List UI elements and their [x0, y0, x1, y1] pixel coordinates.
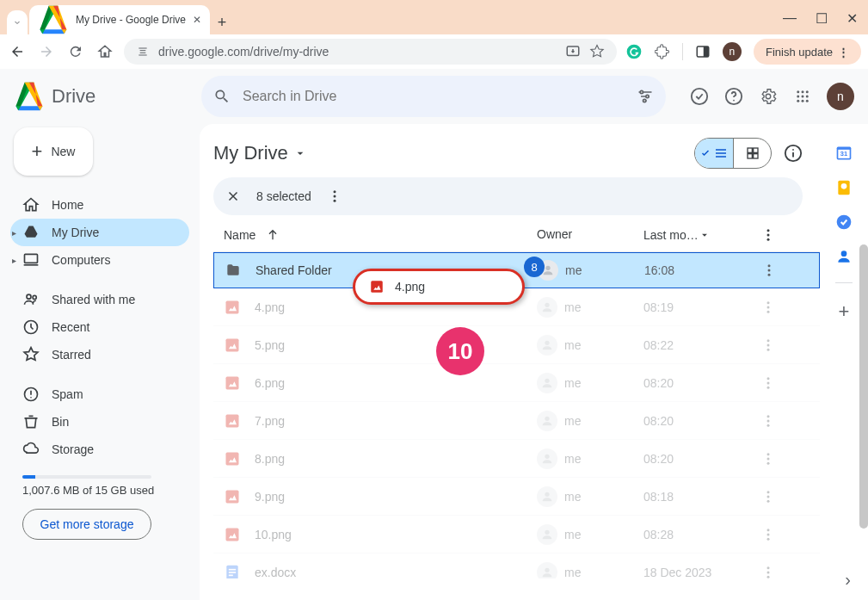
browser-chrome: My Drive - Google Drive ✕ + — ☐ ✕ drive.…: [0, 0, 868, 69]
address-bar[interactable]: drive.google.com/drive/my-drive: [124, 39, 617, 65]
sidebar-item-spam[interactable]: Spam: [10, 380, 189, 408]
file-row[interactable]: 10.pngme08:28: [213, 516, 820, 554]
selection-more-icon[interactable]: [327, 189, 342, 204]
keep-addon-icon[interactable]: [835, 179, 853, 196]
svg-point-81: [545, 567, 549, 572]
tasks-addon-icon[interactable]: [835, 213, 853, 231]
sidebar-item-bin[interactable]: Bin: [10, 408, 189, 436]
file-name: 5.png: [255, 338, 537, 352]
col-modified-label[interactable]: Last mo…: [643, 228, 699, 242]
modified-cell: 08:20: [643, 452, 755, 466]
col-owner-label[interactable]: Owner: [537, 227, 572, 241]
bin-icon: [22, 413, 40, 430]
svg-point-25: [30, 397, 32, 399]
svg-point-31: [792, 149, 794, 151]
sidebar-item-computers[interactable]: ▸ Computers: [10, 246, 189, 274]
drive-logo[interactable]: Drive: [14, 81, 194, 112]
search-input[interactable]: [243, 89, 625, 104]
view-toggle[interactable]: [694, 138, 772, 169]
row-more-icon[interactable]: [755, 527, 781, 542]
row-more-icon[interactable]: [755, 413, 781, 429]
account-avatar[interactable]: n: [827, 83, 854, 110]
file-row[interactable]: 6.pngme08:20: [213, 364, 820, 402]
new-button[interactable]: + New: [14, 127, 93, 176]
sidebar-item-my-drive[interactable]: ▸ My Drive: [10, 219, 189, 246]
details-icon[interactable]: [784, 144, 803, 163]
get-addons-icon[interactable]: +: [835, 300, 853, 318]
sidebar: + New Home ▸ My Drive ▸ Computers Shared: [0, 124, 200, 600]
col-more-icon[interactable]: [760, 227, 776, 243]
sort-asc-icon[interactable]: [266, 228, 280, 242]
file-row[interactable]: 8.pngme08:20: [213, 440, 820, 478]
home-button[interactable]: [95, 41, 115, 62]
sidebar-item-shared[interactable]: Shared with me: [10, 286, 189, 313]
sidebar-item-storage[interactable]: Storage: [10, 436, 189, 463]
file-row[interactable]: 9.pngme08:18: [213, 478, 820, 516]
svg-rect-57: [226, 414, 239, 427]
svg-point-1: [627, 45, 642, 59]
svg-point-18: [802, 100, 804, 102]
search-box[interactable]: [201, 76, 666, 117]
row-more-icon[interactable]: [755, 451, 781, 467]
svg-point-6: [643, 99, 646, 102]
site-info-icon[interactable]: [136, 45, 150, 59]
grid-view-button[interactable]: [733, 139, 771, 168]
install-app-icon[interactable]: [565, 44, 581, 59]
owner-avatar-icon: [537, 524, 557, 545]
list-view-button[interactable]: [695, 139, 733, 168]
finish-update-chip[interactable]: Finish update⋮: [754, 39, 861, 65]
tabs-dropdown[interactable]: [7, 10, 28, 34]
reload-button[interactable]: [65, 41, 86, 62]
settings-icon[interactable]: [758, 86, 779, 107]
file-row[interactable]: 7.pngme08:20: [213, 402, 820, 440]
row-more-icon[interactable]: [755, 375, 781, 391]
close-window-icon[interactable]: ✕: [846, 10, 858, 27]
scrollbar[interactable]: [859, 244, 868, 529]
forward-button[interactable]: [36, 41, 57, 62]
svg-rect-79: [229, 572, 236, 573]
search-options-icon[interactable]: [637, 88, 654, 105]
clear-selection-icon[interactable]: [225, 189, 241, 204]
minimize-icon[interactable]: —: [783, 10, 797, 27]
get-more-storage-button[interactable]: Get more storage: [22, 509, 151, 540]
maximize-icon[interactable]: ☐: [816, 10, 828, 27]
browser-tab[interactable]: My Drive - Google Drive ✕: [29, 5, 210, 34]
side-panel-collapse-icon[interactable]: ›: [845, 570, 851, 590]
chevron-down-icon: [12, 17, 22, 28]
row-more-icon[interactable]: [755, 565, 781, 579]
col-name-label[interactable]: Name: [224, 228, 255, 242]
breadcrumb[interactable]: My Drive: [213, 142, 307, 164]
svg-point-63: [545, 454, 549, 458]
row-more-icon[interactable]: [755, 489, 781, 504]
svg-point-48: [545, 340, 549, 344]
expand-icon[interactable]: ▸: [12, 256, 16, 265]
back-button[interactable]: [7, 41, 28, 62]
side-panel: 31 +: [823, 138, 865, 600]
tab-close-icon[interactable]: ✕: [193, 14, 201, 26]
calendar-addon-icon[interactable]: 31: [835, 145, 853, 162]
modified-dropdown-icon[interactable]: [699, 229, 711, 241]
file-row[interactable]: 5.pngme08:22: [213, 326, 820, 364]
ready-offline-icon[interactable]: [689, 86, 710, 107]
svg-point-44: [767, 301, 770, 304]
sidebar-item-recent[interactable]: Recent: [10, 313, 189, 341]
row-more-icon[interactable]: [755, 337, 781, 353]
row-more-icon[interactable]: [755, 300, 781, 315]
bookmark-star-icon[interactable]: [589, 44, 605, 59]
profile-avatar-sm[interactable]: n: [723, 42, 742, 61]
modified-cell: 08:20: [643, 376, 755, 390]
help-icon[interactable]: [723, 86, 744, 107]
contacts-addon-icon[interactable]: [835, 248, 853, 265]
extensions-icon[interactable]: [655, 44, 670, 59]
grammarly-icon[interactable]: [625, 43, 643, 60]
row-more-icon[interactable]: [756, 263, 782, 278]
new-tab-button[interactable]: +: [210, 10, 234, 34]
file-row[interactable]: ex.docxme18 Dec 2023: [213, 554, 820, 578]
side-panel-icon[interactable]: [695, 44, 711, 59]
modified-cell: 16:08: [644, 263, 756, 277]
modified-cell: 18 Dec 2023: [643, 566, 755, 579]
apps-icon[interactable]: [792, 86, 813, 107]
sidebar-item-starred[interactable]: Starred: [10, 341, 189, 368]
sidebar-item-home[interactable]: Home: [10, 191, 189, 219]
expand-icon[interactable]: ▸: [12, 228, 16, 238]
